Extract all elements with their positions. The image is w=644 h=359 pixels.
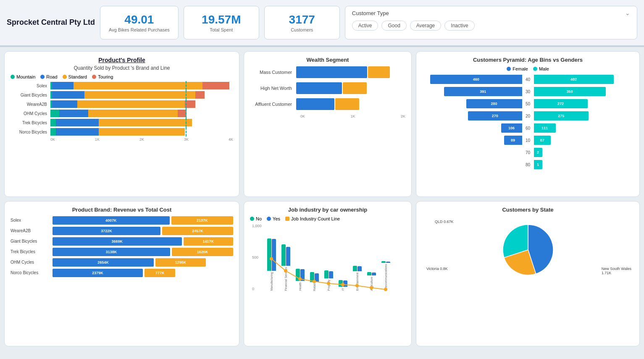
hbar-segment bbox=[56, 119, 99, 126]
pyramid-legend: Female Male bbox=[422, 66, 633, 71]
wealth-bar-orange bbox=[343, 82, 367, 94]
pyramid-bar-male: 358 bbox=[534, 87, 606, 96]
hbar-label: Giant Bicycles bbox=[11, 93, 50, 97]
y-axis-label: 1,000 bbox=[252, 224, 262, 228]
rev-bar-cost: 1417K bbox=[184, 237, 233, 246]
job-bar-no bbox=[296, 269, 300, 281]
state-label-0: QLD 0.67K bbox=[435, 220, 454, 224]
pyramid-row: 39130358 bbox=[422, 86, 633, 97]
hbar-segment bbox=[99, 128, 185, 136]
ct-btn-good[interactable]: Good bbox=[381, 21, 406, 31]
male-dot bbox=[533, 67, 537, 71]
job-bar-no bbox=[353, 266, 357, 271]
ct-btn-active[interactable]: Active bbox=[352, 21, 379, 31]
pyramid-bar-male: 111 bbox=[534, 123, 556, 133]
pyramid-left bbox=[422, 160, 522, 169]
rev-label: WeareA2B bbox=[11, 228, 53, 233]
legend-count-label: Job Industry Count Line bbox=[291, 216, 340, 221]
rev-bar-revenue: 2379K bbox=[53, 269, 143, 277]
hbar-label: Solex bbox=[11, 84, 50, 88]
rev-bar-revenue: 3138K bbox=[53, 248, 170, 256]
job-bar-wrap bbox=[339, 280, 347, 287]
job-bar-no bbox=[339, 280, 343, 287]
job-bar-wrap bbox=[281, 244, 290, 266]
job-bar-wrap bbox=[267, 238, 276, 271]
pyramid-right: 111 bbox=[534, 123, 634, 133]
wealth-track bbox=[296, 98, 405, 110]
job-axis-label: Health bbox=[299, 282, 302, 291]
ct-btn-inactive[interactable]: Inactive bbox=[444, 21, 474, 31]
hbar-row: Norco Bicycles bbox=[11, 128, 233, 136]
products-profile-subtitle: Quantity Sold by Product 's Brand and Li… bbox=[11, 65, 233, 71]
pyramid-age-label: 30 bbox=[522, 89, 534, 94]
hbar-segment bbox=[50, 110, 59, 117]
pyramid-left: 391 bbox=[422, 87, 522, 96]
chevron-down-icon[interactable]: ⌄ bbox=[625, 10, 630, 16]
pyramid-bar-male: 87 bbox=[534, 136, 551, 145]
pyramid-left: 106 bbox=[422, 123, 522, 133]
pyramid-age-label: 50 bbox=[522, 102, 534, 106]
wealth-track bbox=[296, 82, 405, 94]
kpi-customers-value: 3177 bbox=[273, 13, 331, 26]
job-bar-yes bbox=[386, 262, 390, 263]
ct-btn-average[interactable]: Average bbox=[410, 21, 441, 31]
pyramid-bar-female: 280 bbox=[466, 99, 522, 108]
wealth-axis-0k: 0K bbox=[300, 114, 305, 118]
legend-touring-label: Touring bbox=[98, 74, 113, 79]
pyramid-bar-male: 1 bbox=[534, 160, 542, 169]
hbar-segment bbox=[56, 128, 99, 136]
pyramid-row: 702 bbox=[422, 147, 633, 158]
job-col: Entertainment bbox=[350, 266, 364, 291]
job-bar-yes bbox=[343, 280, 347, 287]
legend-touring: Touring bbox=[92, 74, 113, 79]
legend-standard-label: Standard bbox=[68, 74, 87, 79]
hbar-track bbox=[50, 119, 233, 126]
hbar-segment bbox=[52, 82, 74, 89]
pyramid-bar-female: 460 bbox=[430, 75, 522, 84]
rev-bar-revenue: 3722K bbox=[53, 227, 160, 235]
legend-male: Male bbox=[533, 66, 549, 71]
wealth-bar-blue bbox=[296, 98, 334, 110]
y-axis: 1,0005000 bbox=[252, 224, 262, 291]
legend-road-label: Road bbox=[46, 74, 57, 79]
kpi-total-spent-value: 19.57M bbox=[192, 13, 250, 26]
pyramid-right: 87 bbox=[534, 136, 634, 145]
hbar-label: WeareA2B bbox=[11, 102, 50, 107]
pyramid-bar-male: 2 bbox=[534, 148, 542, 157]
dotted-line bbox=[186, 81, 187, 90]
rev-bars: 3138K1626K bbox=[53, 248, 233, 256]
rev-row: Norco Bicycles2379K777K bbox=[11, 269, 233, 277]
axis-2k: 2K bbox=[139, 137, 144, 142]
job-col: IT bbox=[336, 280, 350, 291]
pyramid-bar-female: 106 bbox=[501, 123, 522, 133]
job-bar-wrap bbox=[324, 270, 333, 278]
hbar-segment bbox=[52, 100, 77, 108]
pyramid-title: Customers Pyramid: Age Bins vs Genders bbox=[422, 57, 633, 63]
rev-bar-cost: 2137K bbox=[171, 216, 233, 225]
touring-dot bbox=[92, 75, 96, 79]
job-col: Manufacturing bbox=[265, 238, 278, 291]
rev-label: Solex bbox=[11, 218, 53, 223]
wealth-row: Mass Customer bbox=[250, 66, 405, 78]
job-bar-no bbox=[324, 270, 329, 278]
hbar-track bbox=[50, 128, 233, 136]
yes-dot bbox=[267, 217, 271, 221]
job-chart-area: 1,0005000ManufacturingFinancial Services… bbox=[250, 224, 405, 312]
hbar-row: Trek Bicycles bbox=[11, 119, 233, 126]
wealth-bar-blue bbox=[296, 66, 367, 78]
job-legend: No Yes Job Industry Count Line bbox=[250, 216, 405, 221]
revenue-cost-panel: Product Brand: Revenue vs Total Cost Sol… bbox=[4, 201, 239, 347]
hbar-track bbox=[50, 100, 233, 108]
job-bar-no bbox=[367, 272, 371, 275]
rev-bar-revenue: 2654K bbox=[53, 258, 154, 267]
job-bars-wrapper: ManufacturingFinancial ServicesHealthRet… bbox=[250, 224, 405, 291]
pyramid-right: 272 bbox=[534, 99, 634, 108]
pyramid-right: 1 bbox=[534, 160, 634, 169]
right-column: Customers Pyramid: Age Bins vs Genders F… bbox=[416, 51, 640, 346]
dotted-line bbox=[186, 118, 187, 127]
state-label-2: New South Wales 1.71K bbox=[602, 267, 631, 275]
pyramid-bar-male: 272 bbox=[534, 99, 588, 108]
hbar-track bbox=[50, 110, 233, 117]
customer-type-buttons: Active Good Average Inactive bbox=[352, 21, 630, 31]
pyramid-right: 358 bbox=[534, 87, 634, 96]
